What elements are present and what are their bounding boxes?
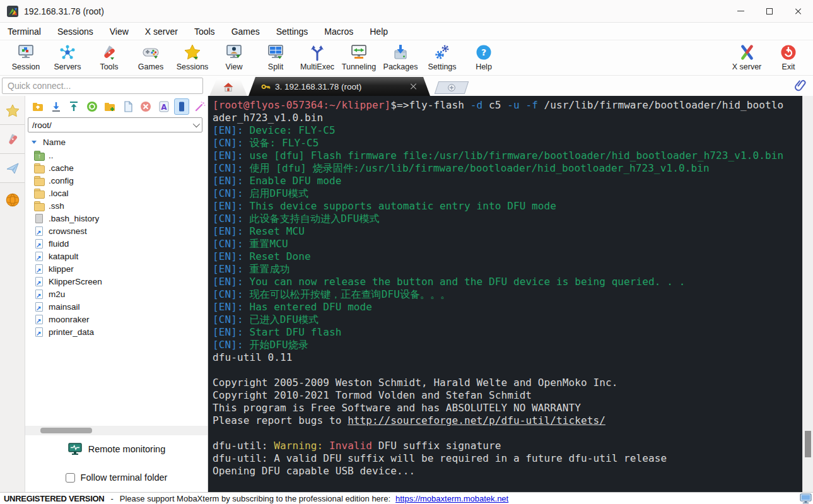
plus-icon bbox=[448, 84, 455, 91]
close-button[interactable] bbox=[784, 0, 813, 22]
file-row[interactable]: klipper bbox=[25, 262, 208, 275]
file-list-header[interactable]: Name bbox=[25, 135, 208, 149]
attachments-paperclip-icon[interactable] bbox=[794, 78, 808, 92]
file-row[interactable]: .config bbox=[25, 174, 208, 187]
refresh-button[interactable] bbox=[84, 98, 99, 115]
new-file-icon bbox=[122, 100, 134, 113]
menu-sessions[interactable]: Sessions bbox=[57, 26, 93, 37]
file-row[interactable]: .bash_history bbox=[25, 212, 208, 225]
horizontal-scrollbar[interactable] bbox=[25, 426, 208, 435]
follow-terminal-folder-row[interactable]: Follow terminal folder bbox=[25, 463, 208, 492]
sidebar-tab-macros[interactable] bbox=[0, 154, 25, 183]
mobatek-link[interactable]: https://mobaxterm.mobatek.net bbox=[395, 494, 508, 503]
toolbar-label: Settings bbox=[428, 62, 456, 71]
toolbar-tunneling-button[interactable]: Tunneling bbox=[338, 42, 380, 71]
mini-monitor-icon[interactable] bbox=[800, 493, 812, 504]
sidebar-tab-sftp[interactable] bbox=[0, 192, 25, 208]
remote-monitoring-label: Remote monitoring bbox=[88, 444, 166, 454]
file-row[interactable]: mainsail bbox=[25, 300, 208, 313]
file-row[interactable]: katapult bbox=[25, 250, 208, 262]
multiexec-icon bbox=[308, 43, 327, 62]
delete-button[interactable] bbox=[138, 98, 153, 115]
file-name: .local bbox=[49, 189, 69, 198]
toolbar-help-button[interactable]: ? Help bbox=[463, 42, 505, 71]
menu-settings[interactable]: Settings bbox=[276, 26, 308, 37]
menu-macros[interactable]: Macros bbox=[324, 26, 353, 37]
menu-games[interactable]: Games bbox=[231, 26, 260, 37]
terminal-line: Please report bugs to http://sourceforge… bbox=[213, 414, 802, 427]
file-row[interactable]: .cache bbox=[25, 161, 208, 174]
menu-tools[interactable]: Tools bbox=[194, 26, 215, 37]
upload-button[interactable] bbox=[66, 98, 81, 115]
wand-button[interactable] bbox=[192, 98, 207, 115]
toolbar-exit-button[interactable]: Exit bbox=[768, 42, 809, 71]
terminal-line: [CN]: 使用 [dfu] 烧录固件:/usr/lib/firmware/bo… bbox=[213, 162, 802, 175]
go-up-folder-button[interactable] bbox=[30, 98, 45, 115]
terminal-scrollbar-thumb[interactable] bbox=[805, 431, 811, 457]
link-icon bbox=[35, 239, 43, 249]
toolbar-settings-button[interactable]: Settings bbox=[421, 42, 463, 71]
terminal-line: [EN]: You can now release the button and… bbox=[213, 276, 802, 288]
file-name: moonraker bbox=[49, 315, 90, 324]
terminal-line: [EN]: Enable DFU mode bbox=[213, 175, 802, 187]
session-tabs: 3. 192.168.31.78 (root) bbox=[209, 77, 788, 96]
folder-up-icon bbox=[32, 100, 44, 113]
mobaxterm-window: 192.168.31.78 (root) Terminal Sessions V… bbox=[0, 0, 813, 504]
file-row[interactable]: .local bbox=[25, 187, 208, 199]
tab-home[interactable] bbox=[209, 78, 247, 96]
path-dropdown[interactable]: /root/ bbox=[28, 117, 202, 132]
menu-xserver[interactable]: X server bbox=[145, 26, 178, 37]
toolbar-tools-button[interactable]: Tools bbox=[88, 42, 130, 71]
file-row[interactable]: KlipperScreen bbox=[25, 275, 208, 288]
link-icon bbox=[35, 264, 43, 274]
toolbar-label: Packages bbox=[383, 62, 418, 71]
sidebar-tab-sessions[interactable] bbox=[0, 96, 25, 125]
file-name: fluidd bbox=[49, 239, 69, 249]
file-row[interactable]: .. bbox=[25, 149, 208, 161]
file-row[interactable]: moonraker bbox=[25, 313, 208, 325]
toolbar-packages-button[interactable]: Packages bbox=[380, 42, 421, 71]
toolbar-sessions-button[interactable]: Sessions bbox=[172, 42, 213, 71]
toolbar-multiexec-button[interactable]: MultiExec bbox=[296, 42, 338, 71]
quick-connect-input[interactable]: Quick connect... bbox=[2, 78, 203, 94]
main-area: A /root/ Name ...cache.config.local.ssh.… bbox=[0, 96, 813, 492]
terminal-line: [EN]: Reset Done bbox=[213, 250, 802, 263]
file-row[interactable]: fluidd bbox=[25, 237, 208, 250]
terminal-output[interactable]: [root@flyos-057364:~/klipper]$=>fly-flas… bbox=[208, 96, 802, 492]
menu-view[interactable]: View bbox=[110, 26, 129, 37]
menu-terminal[interactable]: Terminal bbox=[8, 26, 41, 37]
toolbar-games-button[interactable]: Games bbox=[130, 42, 172, 71]
tab-active-session[interactable]: 3. 192.168.31.78 (root) bbox=[249, 77, 430, 96]
menu-help[interactable]: Help bbox=[370, 26, 388, 37]
tools-knife-icon bbox=[100, 43, 119, 62]
new-tab-button[interactable] bbox=[435, 81, 469, 94]
terminal-line bbox=[213, 427, 802, 440]
toolbar-split-button[interactable]: Split bbox=[255, 42, 296, 71]
toolbar-xserver-button[interactable]: X server bbox=[726, 42, 768, 71]
toolbar-view-button[interactable]: View bbox=[213, 42, 255, 71]
download-button[interactable] bbox=[48, 98, 63, 115]
remote-monitoring-button[interactable]: Remote monitoring bbox=[25, 435, 208, 463]
sidebar-tab-tools[interactable] bbox=[0, 125, 25, 154]
terminal-scrollbar[interactable] bbox=[802, 96, 813, 492]
link-icon bbox=[35, 302, 43, 312]
toolbar-servers-button[interactable]: Servers bbox=[47, 42, 88, 71]
terminal-line: [EN]: Reset MCU bbox=[213, 225, 802, 238]
new-folder-button[interactable] bbox=[102, 98, 117, 115]
tab-close-button[interactable] bbox=[410, 83, 418, 90]
scrollbar-thumb[interactable] bbox=[40, 428, 92, 433]
minimize-button[interactable] bbox=[726, 0, 755, 22]
new-file-button[interactable] bbox=[120, 98, 135, 115]
rename-button[interactable]: A bbox=[156, 98, 171, 115]
window-controls bbox=[726, 0, 813, 22]
maximize-button[interactable] bbox=[755, 0, 784, 22]
file-row[interactable]: crowsnest bbox=[25, 225, 208, 237]
file-row[interactable]: .ssh bbox=[25, 199, 208, 212]
title-bar: 192.168.31.78 (root) bbox=[0, 0, 813, 23]
file-row[interactable]: m2u bbox=[25, 288, 208, 300]
file-row[interactable]: printer_data bbox=[25, 325, 208, 338]
text-editor-toggle-button[interactable] bbox=[174, 98, 190, 115]
toolbar-session-button[interactable]: Session bbox=[5, 42, 47, 71]
status-bar: UNREGISTERED VERSION - Please support Mo… bbox=[0, 492, 813, 504]
follow-terminal-checkbox[interactable] bbox=[66, 473, 75, 483]
